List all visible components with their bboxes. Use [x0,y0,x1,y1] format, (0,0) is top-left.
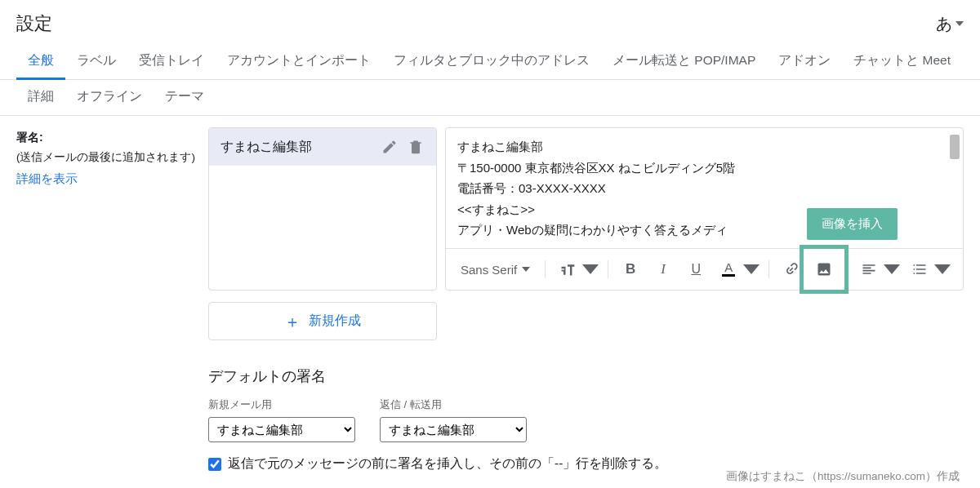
text-color-icon: A [722,262,735,277]
text-color-button[interactable]: A [715,255,742,283]
scrollbar-thumb[interactable] [950,135,960,159]
numbered-list-button[interactable] [906,255,933,283]
signature-left-column: 署名: (送信メールの最後に追加されます) 詳細を表示 [16,127,208,472]
link-icon [780,258,803,281]
defaults-title: デフォルトの署名 [208,366,964,386]
font-family-label: Sans Serif [461,263,517,277]
tab-5[interactable]: メール転送と POP/IMAP [601,44,767,80]
editor-toolbar: 画像を挿入 Sans Serif B I U [446,248,963,290]
italic-icon: I [661,261,666,277]
language-button[interactable]: あ [936,13,964,35]
font-size-button[interactable] [554,255,581,283]
new-signature-label: 新規作成 [309,313,361,330]
delete-signature-button[interactable] [407,138,425,156]
insert-before-checkbox[interactable] [208,458,221,471]
new-signature-button[interactable]: ＋ 新規作成 [208,302,437,340]
editor-line: 〒150-0000 東京都渋谷区XX ねこビルディング5階 [457,157,951,179]
chevron-down-icon [582,261,599,277]
underline-button[interactable]: U [682,255,710,283]
chevron-down-icon [956,20,964,28]
list-dropdown[interactable] [933,255,951,283]
toolbar-separator [846,260,847,278]
chevron-down-icon [884,261,900,277]
new-mail-default-select[interactable]: すまねこ編集部 [208,417,355,442]
tab2-2[interactable]: テーマ [154,80,216,116]
font-family-select[interactable]: Sans Serif [454,260,537,280]
numbered-list-icon [911,261,928,277]
italic-button[interactable]: I [649,255,677,283]
edit-signature-button[interactable] [381,138,399,156]
insert-image-button[interactable] [810,255,838,283]
reply-default-label: 返信 / 転送用 [380,397,527,412]
tabs-row-1: 全般ラベル受信トレイアカウントとインポートフィルタとブロック中のアドレスメール転… [0,44,980,80]
align-dropdown[interactable] [883,255,901,283]
reply-default-select[interactable]: すまねこ編集部 [380,417,527,442]
chevron-down-icon [743,261,760,277]
signature-editor: すまねこ編集部 〒150-0000 東京都渋谷区XX ねこビルディング5階 電話… [445,127,964,291]
language-label: あ [936,13,952,35]
bold-icon: B [626,261,635,277]
details-link[interactable]: 詳細を表示 [16,168,78,189]
tab-7[interactable]: チャットと Meet [842,44,962,80]
toolbar-separator [768,260,769,278]
tab-1[interactable]: ラベル [65,44,127,80]
signature-label: 署名: [16,127,208,148]
chevron-down-icon [522,265,530,273]
text-size-icon [559,261,576,277]
signature-item-name: すまねこ編集部 [220,139,372,156]
toolbar-separator [608,260,608,278]
image-icon [816,261,832,277]
toolbar-separator [545,260,546,278]
align-left-icon [861,261,877,277]
attribution-text: 画像はすまねこ（https://sumaneko.com）作成 [726,469,960,484]
tab-3[interactable]: アカウントとインポート [216,44,382,80]
align-button[interactable] [855,255,883,283]
signature-item[interactable]: すまねこ編集部 [209,128,436,166]
pencil-icon [381,139,398,155]
trash-icon [408,139,424,155]
plus-icon: ＋ [284,313,301,330]
underline-icon: U [691,262,701,277]
font-size-dropdown[interactable] [581,255,599,283]
tab-6[interactable]: アドオン [767,44,842,80]
tabs-row-2: 詳細オフラインテーマ [0,80,980,115]
signature-list: すまねこ編集部 [208,127,437,291]
tab-0[interactable]: 全般 [16,44,65,80]
text-color-dropdown[interactable] [742,255,760,283]
signature-hint: (送信メールの最後に追加されます) [16,148,208,167]
new-mail-default-label: 新規メール用 [208,397,355,412]
page-title: 設定 [16,11,52,36]
tab-4[interactable]: フィルタとブロック中のアドレス [382,44,601,80]
insert-link-button[interactable] [777,255,805,283]
chevron-down-icon [934,261,951,277]
tab-2[interactable]: 受信トレイ [127,44,216,80]
bold-button[interactable]: B [617,255,644,283]
tab2-1[interactable]: オフライン [65,80,154,116]
tab2-0[interactable]: 詳細 [16,80,65,116]
editor-line: 電話番号：03-XXXX-XXXX [457,178,951,199]
insert-before-label: 返信で元のメッセージの前に署名を挿入し、その前の「--」行を削除する。 [228,455,667,472]
insert-image-tooltip: 画像を挿入 [807,208,898,240]
editor-line: すまねこ編集部 [457,136,951,157]
